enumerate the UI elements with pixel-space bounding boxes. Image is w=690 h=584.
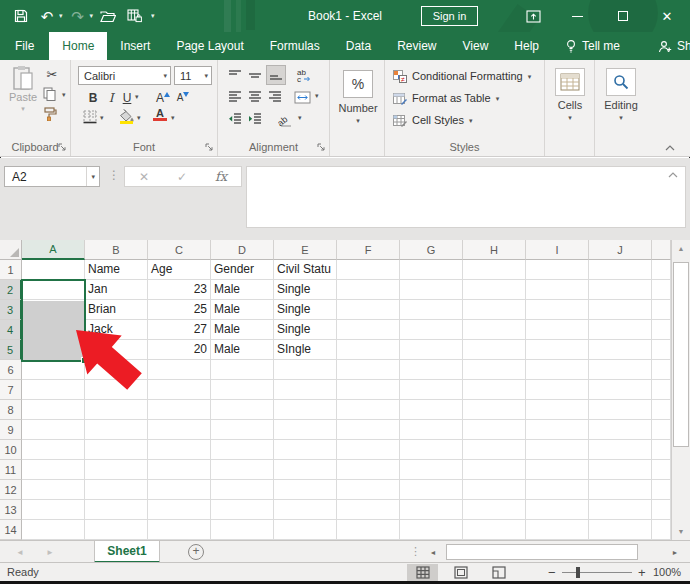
row-header-11[interactable]: 11 — [0, 460, 22, 480]
cell-E14[interactable] — [274, 520, 337, 540]
column-header-C[interactable]: C — [148, 240, 211, 260]
cell-C14[interactable] — [148, 520, 211, 540]
cell-H4[interactable] — [463, 320, 526, 340]
cell-J8[interactable] — [589, 400, 652, 420]
cell-partial-8[interactable] — [652, 400, 671, 420]
fill-color-icon[interactable] — [119, 108, 135, 124]
cell-G4[interactable] — [400, 320, 463, 340]
cell-I5[interactable] — [526, 340, 589, 360]
cell-H10[interactable] — [463, 440, 526, 460]
cell-F2[interactable] — [337, 280, 400, 300]
cell-I11[interactable] — [526, 460, 589, 480]
cell-G11[interactable] — [400, 460, 463, 480]
cell-I2[interactable] — [526, 280, 589, 300]
cell-D12[interactable] — [211, 480, 274, 500]
column-header-partial[interactable] — [652, 240, 671, 260]
zoom-in-icon[interactable]: + — [638, 565, 646, 580]
cell-J6[interactable] — [589, 360, 652, 380]
clipboard-dialog-launcher-icon[interactable] — [58, 143, 67, 152]
cell-J4[interactable] — [589, 320, 652, 340]
sign-in-button[interactable]: Sign in — [421, 6, 478, 26]
cell-H3[interactable] — [463, 300, 526, 320]
hscroll-left-icon[interactable]: ◄ — [424, 543, 442, 561]
cell-J13[interactable] — [589, 500, 652, 520]
cell-partial-1[interactable] — [652, 260, 671, 280]
cell-C9[interactable] — [148, 420, 211, 440]
cell-I10[interactable] — [526, 440, 589, 460]
merge-center-icon[interactable] — [292, 88, 312, 106]
format-as-table-button[interactable]: Format as Table ▾ — [393, 90, 499, 106]
cell-J11[interactable] — [589, 460, 652, 480]
cell-C1[interactable]: Age — [148, 260, 211, 280]
page-break-view-icon[interactable] — [483, 564, 514, 581]
cell-partial-2[interactable] — [652, 280, 671, 300]
borders-icon[interactable] — [83, 110, 97, 124]
cell-B11[interactable] — [85, 460, 148, 480]
cell-F12[interactable] — [337, 480, 400, 500]
cell-partial-9[interactable] — [652, 420, 671, 440]
grow-font-button[interactable]: A — [155, 89, 171, 106]
align-center-icon[interactable] — [246, 88, 264, 106]
font-color-dropdown-icon[interactable]: ▾ — [171, 114, 175, 121]
cell-F3[interactable] — [337, 300, 400, 320]
cell-E6[interactable] — [274, 360, 337, 380]
scroll-down-icon[interactable]: ▼ — [672, 523, 690, 540]
cell-E5[interactable]: SIngle — [274, 340, 337, 360]
underline-button[interactable]: U — [119, 89, 135, 106]
cell-B1[interactable]: Name — [85, 260, 148, 280]
cell-E8[interactable] — [274, 400, 337, 420]
cell-G2[interactable] — [400, 280, 463, 300]
tab-file[interactable]: File — [0, 32, 49, 60]
cell-D3[interactable]: Male — [211, 300, 274, 320]
column-header-A[interactable]: A — [22, 240, 85, 260]
cell-partial-10[interactable] — [652, 440, 671, 460]
column-header-E[interactable]: E — [274, 240, 337, 260]
row-header-9[interactable]: 9 — [0, 420, 22, 440]
cell-C10[interactable] — [148, 440, 211, 460]
cell-C13[interactable] — [148, 500, 211, 520]
zoom-slider-track[interactable] — [562, 572, 632, 573]
cell-I6[interactable] — [526, 360, 589, 380]
cell-H12[interactable] — [463, 480, 526, 500]
fill-color-dropdown-icon[interactable]: ▾ — [137, 114, 141, 121]
cell-C11[interactable] — [148, 460, 211, 480]
merge-dropdown-icon[interactable]: ▾ — [315, 92, 319, 99]
cell-E2[interactable]: Single — [274, 280, 337, 300]
cell-I13[interactable] — [526, 500, 589, 520]
horizontal-scroll-thumb[interactable] — [446, 544, 638, 560]
cell-F8[interactable] — [337, 400, 400, 420]
cell-D4[interactable]: Male — [211, 320, 274, 340]
cell-D11[interactable] — [211, 460, 274, 480]
cell-G5[interactable] — [400, 340, 463, 360]
column-header-D[interactable]: D — [211, 240, 274, 260]
row-header-3[interactable]: 3 — [0, 300, 22, 320]
cell-A14[interactable] — [22, 520, 85, 540]
font-dialog-launcher-icon[interactable] — [205, 143, 214, 152]
minimize-button[interactable] — [560, 0, 594, 32]
tab-help[interactable]: Help — [501, 32, 552, 60]
cell-J14[interactable] — [589, 520, 652, 540]
cell-F10[interactable] — [337, 440, 400, 460]
cell-D14[interactable] — [211, 520, 274, 540]
row-header-1[interactable]: 1 — [0, 260, 22, 280]
cell-B14[interactable] — [85, 520, 148, 540]
cell-H9[interactable] — [463, 420, 526, 440]
row-header-10[interactable]: 10 — [0, 440, 22, 460]
cell-J10[interactable] — [589, 440, 652, 460]
cell-H1[interactable] — [463, 260, 526, 280]
cell-F1[interactable] — [337, 260, 400, 280]
cell-F14[interactable] — [337, 520, 400, 540]
cell-I1[interactable] — [526, 260, 589, 280]
cell-I14[interactable] — [526, 520, 589, 540]
cell-F13[interactable] — [337, 500, 400, 520]
select-all-button[interactable] — [0, 240, 22, 260]
cell-G1[interactable] — [400, 260, 463, 280]
cell-F6[interactable] — [337, 360, 400, 380]
enter-icon[interactable]: ✓ — [177, 170, 187, 184]
tab-tell-me[interactable]: Tell me — [552, 32, 633, 60]
cell-G14[interactable] — [400, 520, 463, 540]
cell-D1[interactable]: Gender — [211, 260, 274, 280]
number-format-button[interactable]: % Number ▾ — [342, 70, 374, 124]
orientation-icon[interactable]: ab — [276, 110, 296, 128]
cell-E7[interactable] — [274, 380, 337, 400]
